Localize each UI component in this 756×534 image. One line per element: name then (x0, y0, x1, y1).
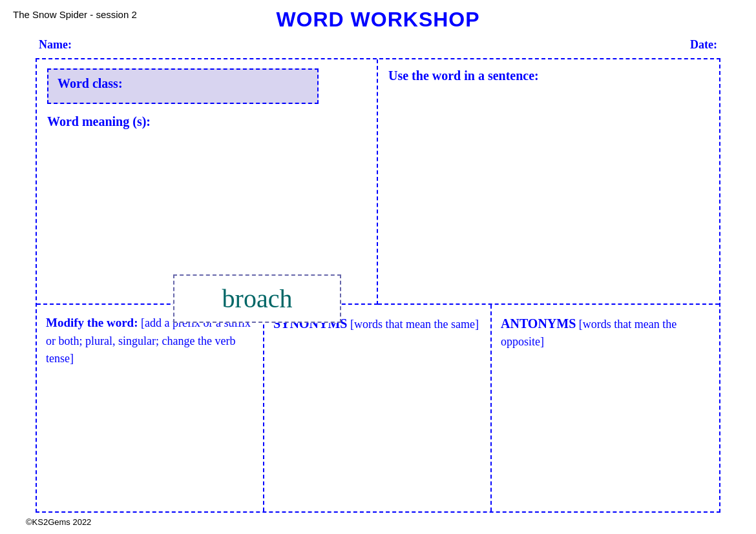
worksheet: Word class: Word meaning (s): broach Use… (36, 58, 720, 513)
word-meaning-label: Word meaning (s): (47, 114, 366, 129)
footer-copyright: ©KS2Gems 2022 (13, 511, 104, 533)
word-class-label: Word class: (58, 76, 123, 90)
bottom-row: Modify the word: [add a prefix or a suff… (37, 305, 719, 511)
cell-synonyms: SYNONYMS [words that mean the same] (264, 305, 492, 511)
sentence-label: Use the word in a sentence: (388, 68, 709, 83)
antonyms-bold: ANTONYMS (501, 316, 576, 331)
center-word: broach (222, 284, 293, 313)
name-label: Name: (39, 38, 72, 52)
date-label: Date: (690, 38, 717, 52)
cell-top-right: Use the word in a sentence: (378, 59, 719, 305)
subtitle-text: The Snow Spider - session 2 (13, 9, 137, 20)
page-header: The Snow Spider - session 2 WORD WORKSHO… (0, 0, 756, 34)
cell-antonyms: ANTONYMS [words that mean the opposite] (492, 305, 719, 511)
word-class-box[interactable]: Word class: (47, 68, 319, 104)
modify-bold: Modify the word: (46, 316, 138, 329)
antonyms-label: ANTONYMS [words that mean the opposite] (501, 314, 710, 351)
cell-modify: Modify the word: [add a prefix or a suff… (37, 305, 264, 511)
synonyms-normal: [words that mean the same] (347, 318, 478, 331)
cell-top-left: Word class: Word meaning (s): broach (37, 59, 378, 305)
name-date-row: Name: Date: (0, 34, 756, 58)
center-word-box: broach (173, 274, 341, 323)
